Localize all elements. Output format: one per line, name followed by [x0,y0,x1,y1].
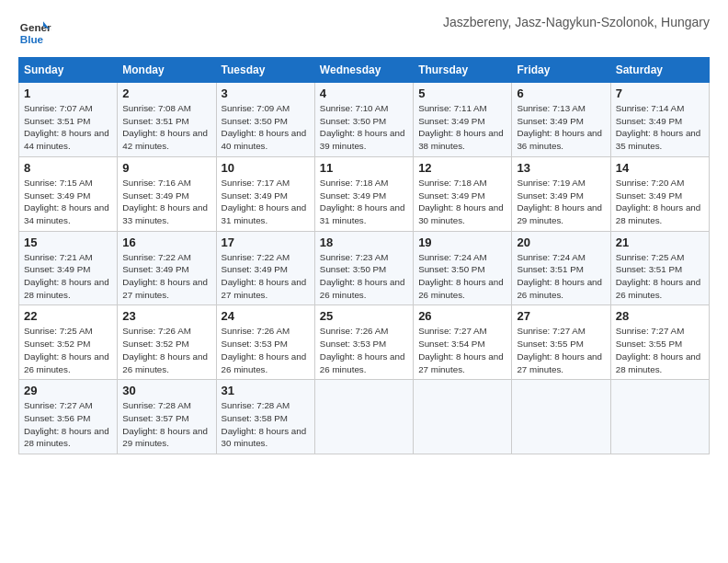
day-info: Sunrise: 7:25 AM Sunset: 3:51 PM Dayligh… [616,252,701,300]
day-number: 8 [24,161,112,175]
calendar-cell [610,380,709,454]
day-info: Sunrise: 7:24 AM Sunset: 3:50 PM Dayligh… [418,252,504,300]
day-number: 26 [418,309,506,323]
day-info: Sunrise: 7:08 AM Sunset: 3:51 PM Dayligh… [122,103,208,151]
day-info: Sunrise: 7:10 AM Sunset: 3:50 PM Dayligh… [320,103,405,151]
calendar-cell: 15 Sunrise: 7:21 AM Sunset: 3:49 PM Dayl… [19,231,118,305]
day-number: 17 [222,236,310,249]
calendar-cell: 6 Sunrise: 7:13 AM Sunset: 3:49 PM Dayli… [512,83,610,157]
day-number: 2 [122,86,210,100]
calendar-cell: 10 Sunrise: 7:17 AM Sunset: 3:49 PM Dayl… [216,156,314,231]
day-info: Sunrise: 7:27 AM Sunset: 3:56 PM Dayligh… [24,400,109,448]
calendar-cell: 8 Sunrise: 7:15 AM Sunset: 3:49 PM Dayli… [19,156,118,231]
column-header-saturday: Saturday [610,58,709,83]
calendar-cell: 4 Sunrise: 7:10 AM Sunset: 3:50 PM Dayli… [314,83,413,157]
column-header-monday: Monday [118,58,216,83]
day-number: 19 [418,236,506,249]
day-info: Sunrise: 7:18 AM Sunset: 3:49 PM Dayligh… [320,178,405,225]
calendar-week-1: 1 Sunrise: 7:07 AM Sunset: 3:51 PM Dayli… [19,83,710,157]
calendar-cell: 1 Sunrise: 7:07 AM Sunset: 3:51 PM Dayli… [19,83,118,157]
day-info: Sunrise: 7:18 AM Sunset: 3:49 PM Dayligh… [418,178,504,225]
calendar-cell: 7 Sunrise: 7:14 AM Sunset: 3:49 PM Dayli… [610,83,709,157]
calendar-cell: 12 Sunrise: 7:18 AM Sunset: 3:49 PM Dayl… [414,156,512,231]
calendar-cell: 14 Sunrise: 7:20 AM Sunset: 3:49 PM Dayl… [610,156,709,231]
calendar-cell: 24 Sunrise: 7:26 AM Sunset: 3:53 PM Dayl… [216,305,314,380]
calendar-week-3: 15 Sunrise: 7:21 AM Sunset: 3:49 PM Dayl… [19,231,710,305]
calendar-cell: 3 Sunrise: 7:09 AM Sunset: 3:50 PM Dayli… [216,83,314,157]
day-number: 31 [222,384,310,397]
day-number: 12 [418,161,506,175]
day-number: 30 [122,384,210,397]
day-number: 20 [517,236,605,249]
day-info: Sunrise: 7:09 AM Sunset: 3:50 PM Dayligh… [222,103,307,151]
day-number: 5 [418,86,506,100]
day-info: Sunrise: 7:22 AM Sunset: 3:49 PM Dayligh… [222,252,307,300]
day-number: 7 [616,86,704,100]
svg-text:Blue: Blue [20,33,44,45]
day-info: Sunrise: 7:27 AM Sunset: 3:54 PM Dayligh… [418,326,504,373]
column-header-thursday: Thursday [414,58,512,83]
day-number: 9 [122,161,210,175]
column-header-tuesday: Tuesday [216,58,314,83]
day-number: 24 [222,309,310,323]
day-number: 16 [122,236,210,249]
day-number: 3 [222,86,310,100]
day-info: Sunrise: 7:26 AM Sunset: 3:53 PM Dayligh… [222,326,307,373]
day-number: 6 [517,86,605,100]
day-info: Sunrise: 7:28 AM Sunset: 3:58 PM Dayligh… [222,400,307,448]
calendar-cell: 11 Sunrise: 7:18 AM Sunset: 3:49 PM Dayl… [314,156,413,231]
calendar-cell: 5 Sunrise: 7:11 AM Sunset: 3:49 PM Dayli… [414,83,512,157]
calendar-cell: 19 Sunrise: 7:24 AM Sunset: 3:50 PM Dayl… [414,231,512,305]
calendar-cell: 23 Sunrise: 7:26 AM Sunset: 3:52 PM Dayl… [118,305,216,380]
day-number: 21 [616,236,704,249]
day-info: Sunrise: 7:23 AM Sunset: 3:50 PM Dayligh… [320,252,405,300]
day-number: 15 [24,236,112,249]
calendar-cell: 2 Sunrise: 7:08 AM Sunset: 3:51 PM Dayli… [118,83,216,157]
day-number: 23 [122,309,210,323]
day-info: Sunrise: 7:26 AM Sunset: 3:52 PM Dayligh… [122,326,208,373]
day-info: Sunrise: 7:26 AM Sunset: 3:53 PM Dayligh… [320,326,405,373]
page-subtitle: Jaszbereny, Jasz-Nagykun-Szolonok, Hunga… [443,15,710,29]
logo-icon: General Blue [18,15,51,48]
day-info: Sunrise: 7:13 AM Sunset: 3:49 PM Dayligh… [517,103,602,151]
day-info: Sunrise: 7:15 AM Sunset: 3:49 PM Dayligh… [24,178,109,225]
day-info: Sunrise: 7:19 AM Sunset: 3:49 PM Dayligh… [517,178,602,225]
day-info: Sunrise: 7:07 AM Sunset: 3:51 PM Dayligh… [24,103,109,151]
day-number: 4 [320,86,408,100]
day-info: Sunrise: 7:16 AM Sunset: 3:49 PM Dayligh… [122,178,208,225]
day-info: Sunrise: 7:11 AM Sunset: 3:49 PM Dayligh… [418,103,504,151]
calendar-week-5: 29 Sunrise: 7:27 AM Sunset: 3:56 PM Dayl… [19,380,710,454]
calendar-cell: 30 Sunrise: 7:28 AM Sunset: 3:57 PM Dayl… [118,380,216,454]
calendar-cell: 28 Sunrise: 7:27 AM Sunset: 3:55 PM Dayl… [610,305,709,380]
day-number: 29 [24,384,112,397]
day-number: 14 [616,161,704,175]
calendar-cell: 27 Sunrise: 7:27 AM Sunset: 3:55 PM Dayl… [512,305,610,380]
day-info: Sunrise: 7:22 AM Sunset: 3:49 PM Dayligh… [122,252,208,300]
calendar-header: SundayMondayTuesdayWednesdayThursdayFrid… [19,58,710,83]
day-number: 13 [517,161,605,175]
day-info: Sunrise: 7:27 AM Sunset: 3:55 PM Dayligh… [517,326,602,373]
day-info: Sunrise: 7:27 AM Sunset: 3:55 PM Dayligh… [616,326,701,373]
day-number: 11 [320,161,408,175]
calendar-cell: 21 Sunrise: 7:25 AM Sunset: 3:51 PM Dayl… [610,231,709,305]
calendar-week-2: 8 Sunrise: 7:15 AM Sunset: 3:49 PM Dayli… [19,156,710,231]
day-number: 28 [616,309,704,323]
column-header-sunday: Sunday [19,58,118,83]
day-info: Sunrise: 7:24 AM Sunset: 3:51 PM Dayligh… [517,252,602,300]
day-number: 18 [320,236,408,249]
day-number: 25 [320,309,408,323]
title-block: Jaszbereny, Jasz-Nagykun-Szolonok, Hunga… [443,15,710,29]
calendar-cell: 18 Sunrise: 7:23 AM Sunset: 3:50 PM Dayl… [314,231,413,305]
calendar-cell: 25 Sunrise: 7:26 AM Sunset: 3:53 PM Dayl… [314,305,413,380]
calendar-cell: 16 Sunrise: 7:22 AM Sunset: 3:49 PM Dayl… [118,231,216,305]
calendar-cell: 13 Sunrise: 7:19 AM Sunset: 3:49 PM Dayl… [512,156,610,231]
calendar-table: SundayMondayTuesdayWednesdayThursdayFrid… [18,57,710,454]
calendar-cell: 29 Sunrise: 7:27 AM Sunset: 3:56 PM Dayl… [19,380,118,454]
day-number: 10 [222,161,310,175]
day-info: Sunrise: 7:21 AM Sunset: 3:49 PM Dayligh… [24,252,109,300]
calendar-cell [512,380,610,454]
calendar-cell: 26 Sunrise: 7:27 AM Sunset: 3:54 PM Dayl… [414,305,512,380]
calendar-cell [414,380,512,454]
calendar-cell: 31 Sunrise: 7:28 AM Sunset: 3:58 PM Dayl… [216,380,314,454]
logo: General Blue [18,15,51,48]
